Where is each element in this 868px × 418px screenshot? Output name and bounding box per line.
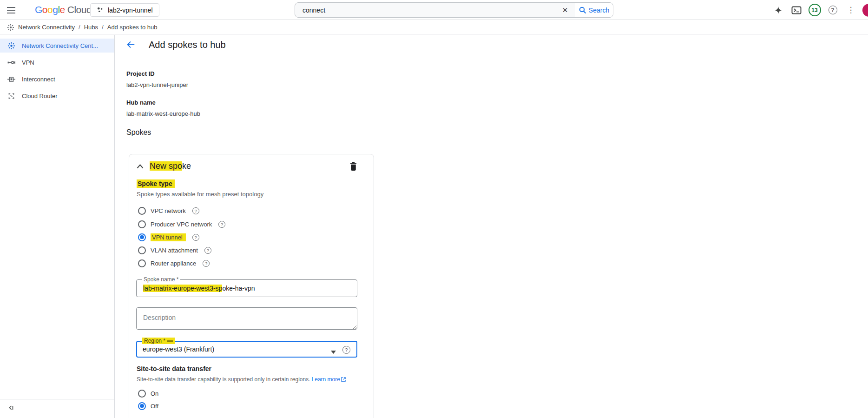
project-id-value: lab2-vpn-tunnel-juniper (126, 81, 188, 88)
hub-name-label: Hub name (126, 99, 156, 106)
logo-letter: o (42, 4, 47, 15)
top-bar: Google Cloud lab2-vpn-tunnel ✕ Search 13 (0, 0, 868, 20)
radio-label: Router appliance (151, 260, 196, 267)
collapse-panel-icon[interactable] (7, 404, 15, 413)
sidebar-item-label: Cloud Router (22, 93, 58, 100)
sidebar-item-label: Network Connectivity Cent... (22, 42, 98, 49)
sidebar-item-interconnect[interactable]: Interconnect (0, 72, 114, 86)
user-avatar[interactable] (862, 4, 868, 17)
description-input[interactable] (137, 308, 357, 329)
sidebar-item-cloud-router[interactable]: Cloud Router (0, 89, 114, 103)
breadcrumb-hubs[interactable]: Hubs (84, 24, 98, 31)
search-button[interactable]: Search (575, 3, 613, 17)
spokes-heading: Spokes (126, 128, 151, 137)
dropdown-arrow-icon[interactable] (331, 348, 336, 355)
logo-letter: G (35, 4, 42, 15)
breadcrumb-separator: / (79, 24, 80, 31)
logo-letter: e (60, 4, 65, 15)
radio-label: Producer VPC network (151, 221, 212, 228)
spoke-type-label: Spoke type (137, 180, 175, 187)
clear-search-icon[interactable]: ✕ (555, 6, 575, 14)
project-name: lab2-vpn-tunnel (108, 7, 153, 14)
radio-option-producer-vpc-network: Producer VPC network ? (138, 219, 225, 229)
project-icon (97, 7, 104, 13)
radio-button[interactable] (138, 246, 146, 254)
region-value: europe-west3 (Frankfurt) (143, 345, 214, 353)
spoke-name-field-label: Spoke name * (142, 276, 180, 283)
project-id-label: Project ID (126, 70, 155, 77)
help-icon[interactable]: ? (826, 4, 839, 17)
help-icon[interactable]: ? (192, 207, 199, 214)
radio-button[interactable] (138, 402, 146, 410)
learn-more-link[interactable]: Learn more (312, 376, 340, 383)
back-arrow-icon[interactable] (125, 39, 137, 51)
radio-button[interactable] (138, 233, 146, 241)
new-spoke-card: New spoke Spoke type Spoke types availab… (129, 154, 374, 418)
search-button-label: Search (589, 7, 609, 14)
region-field-label: Region * (142, 338, 175, 344)
breadcrumb-separator: / (102, 24, 104, 31)
topbar-actions: 13 ? ⋮ (772, 0, 868, 20)
radio-button[interactable] (138, 220, 146, 228)
gemini-sparkle-icon[interactable] (772, 4, 785, 17)
radio-button[interactable] (138, 207, 146, 215)
sidebar-item-label: Interconnect (22, 76, 55, 83)
breadcrumb-current: Add spokes to hub (107, 24, 158, 31)
radio-label: VLAN attachment (151, 247, 198, 254)
google-cloud-logo[interactable]: Google Cloud (35, 4, 92, 15)
radio-button[interactable] (138, 390, 146, 398)
spoke-name-field[interactable]: Spoke name * lab-matrix-europe-west3-spo… (136, 279, 357, 297)
radio-label: VPN tunnel (151, 233, 186, 241)
sidebar-footer (0, 399, 114, 418)
search-bar: ✕ Search (295, 2, 613, 18)
site-to-site-heading: Site-to-site data transfer (137, 365, 211, 372)
page-title: Add spokes to hub (149, 40, 226, 50)
logo-letter: g (53, 4, 58, 15)
logo-cloud-text: Cloud (67, 4, 92, 15)
radio-option-vpc-network: VPC network ? (138, 206, 199, 215)
notifications-badge[interactable]: 13 (808, 4, 821, 17)
hub-name-value: lab-matrix-west-europe-hub (126, 110, 200, 117)
delete-spoke-icon[interactable] (349, 162, 358, 171)
sidebar-item-label: VPN (22, 59, 34, 66)
help-icon[interactable]: ? (192, 234, 199, 241)
network-connectivity-icon (7, 24, 14, 31)
collapse-chevron-icon[interactable] (136, 163, 144, 170)
menu-icon[interactable] (5, 4, 18, 17)
help-icon[interactable]: ? (204, 247, 211, 254)
cloud-router-icon (7, 92, 15, 100)
sidebar-item-vpn[interactable]: VPN (0, 55, 114, 69)
help-icon[interactable]: ? (342, 346, 350, 354)
external-link-icon (341, 377, 346, 383)
breadcrumb-network-connectivity[interactable]: Network Connectivity (18, 24, 75, 31)
vpn-icon (7, 58, 15, 66)
radio-label: Off (151, 403, 158, 410)
sidebar: Network Connectivity Cent... VPN Interco… (0, 35, 115, 418)
spoke-type-description: Spoke types available for mesh preset to… (137, 191, 263, 198)
radio-option-router-appliance: Router appliance ? (138, 259, 210, 268)
notification-count: 13 (809, 4, 821, 16)
sidebar-item-network-connectivity-center[interactable]: Network Connectivity Cent... (0, 39, 114, 53)
region-select[interactable]: Region * europe-west3 (Frankfurt) ? (136, 341, 357, 358)
main-content: Add spokes to hub Project ID lab2-vpn-tu… (115, 35, 868, 418)
help-icon[interactable]: ? (218, 221, 225, 228)
breadcrumb: Network Connectivity / Hubs / Add spokes… (0, 20, 868, 34)
project-selector[interactable]: lab2-vpn-tunnel (90, 3, 159, 17)
radio-option-transfer-off: Off (138, 401, 158, 411)
gcp-console: Google Cloud lab2-vpn-tunnel ✕ Search 13 (0, 0, 868, 418)
network-connectivity-center-icon (7, 41, 15, 50)
help-icon[interactable]: ? (203, 260, 210, 267)
search-input[interactable] (295, 3, 555, 17)
site-to-site-description: Site-to-site data transfer capability is… (137, 376, 346, 383)
interconnect-icon (7, 75, 15, 83)
search-icon (579, 7, 586, 14)
description-field (136, 307, 357, 330)
logo-letter: o (47, 4, 53, 15)
radio-button[interactable] (138, 259, 146, 267)
cloud-shell-icon[interactable] (790, 4, 803, 17)
radio-option-vpn-tunnel: VPN tunnel ? (138, 232, 199, 242)
page-header: Add spokes to hub (125, 39, 226, 51)
more-options-icon[interactable]: ⋮ (844, 4, 857, 17)
radio-option-transfer-on: On (138, 389, 158, 398)
card-title: New spoke (150, 161, 191, 171)
